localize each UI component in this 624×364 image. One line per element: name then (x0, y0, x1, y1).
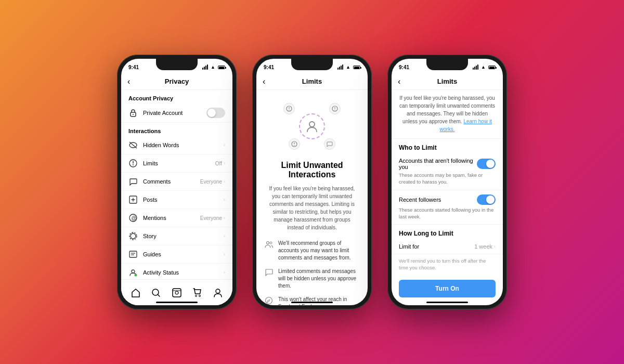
limits-item[interactable]: Limits Off › (121, 154, 232, 173)
svg-point-32 (334, 110, 335, 111)
phone-3: 9:41 ▲ ‹ Limits If (387, 55, 507, 309)
mentions-right: Everyone › (200, 215, 225, 221)
story-label: Story (143, 233, 218, 239)
people-icon (265, 240, 273, 249)
bubble-tl (283, 103, 295, 114)
screen-3: ‹ Limits If you feel like you're being h… (392, 73, 503, 305)
svg-point-12 (131, 233, 136, 239)
comment-icon (128, 177, 138, 186)
phone-2: 9:41 ▲ ‹ Limits (252, 55, 372, 309)
svg-point-36 (309, 122, 315, 127)
hidden-words-right: › (224, 142, 225, 148)
limits-center-icon (299, 113, 325, 139)
chevron-icon: › (224, 142, 225, 148)
shop-nav[interactable] (191, 287, 204, 299)
svg-point-1 (133, 114, 134, 115)
limit-for-row[interactable]: Limit for 1 week › (392, 239, 503, 254)
recent-followers-label: Recent followers (399, 197, 477, 203)
limits-label: Limits (143, 160, 210, 166)
private-account-label: Private Account (143, 110, 201, 116)
nav-bar-3: ‹ Limits (392, 73, 503, 90)
chevron-icon-story: › (224, 233, 225, 239)
chevron-icon-comments: › (224, 179, 225, 184)
feature-item-3: This won't affect your reach in Feed and… (265, 296, 359, 305)
back-button-3[interactable]: ‹ (398, 77, 400, 86)
limit-for-value: 1 week › (474, 243, 496, 250)
feature-item-1: We'll recommend groups of accounts you m… (265, 240, 359, 262)
svg-point-25 (199, 295, 200, 296)
limits-top-desc: If you feel like you're being harassed, … (392, 90, 503, 139)
svg-point-29 (289, 110, 290, 111)
accounts-not-following-item[interactable]: Accounts that aren't following you These… (392, 153, 503, 190)
story-icon (128, 231, 138, 241)
who-to-limit-header: Who to Limit (392, 139, 503, 153)
limit-for-label: Limit for (399, 243, 419, 250)
home-indicator-1 (156, 302, 198, 303)
comments-right: Everyone › (200, 179, 225, 185)
notch-1 (156, 59, 198, 70)
search-nav[interactable] (150, 287, 162, 299)
home-nav[interactable] (129, 287, 142, 299)
battery-icon (218, 66, 225, 69)
story-item[interactable]: Story › (121, 227, 232, 245)
notch-3 (426, 59, 468, 70)
svg-point-17 (132, 270, 135, 273)
mentions-icon: @ (128, 213, 138, 223)
private-account-toggle[interactable] (206, 108, 225, 118)
lock-icon (128, 108, 138, 118)
recent-followers-toggle[interactable] (477, 194, 496, 205)
mentions-label: Mentions (143, 215, 195, 221)
reels-nav[interactable] (171, 287, 183, 299)
signal-icon-3 (473, 64, 478, 70)
chevron-icon-guides: › (224, 252, 225, 257)
guides-right: › (224, 252, 225, 257)
limits-intro: Limit Unwanted Interactions If you feel … (256, 90, 368, 305)
signal-icon-2 (337, 64, 343, 70)
hidden-words-label: Hidden Words (143, 142, 218, 148)
mentions-item[interactable]: @ Mentions Everyone › (121, 209, 232, 227)
time-1: 9:41 (128, 64, 139, 70)
limits-settings: If you feel like you're being harassed, … (392, 90, 503, 297)
svg-line-20 (158, 294, 160, 296)
interactions-section: Interactions (121, 123, 232, 136)
private-account-item[interactable]: Private Account (121, 103, 232, 123)
turn-on-button[interactable]: Turn On (399, 280, 496, 297)
recent-followers-item[interactable]: Recent followers These accounts started … (392, 190, 503, 225)
comments-label: Comments (143, 178, 195, 185)
bubble-br (324, 138, 335, 150)
comments-item[interactable]: Comments Everyone › (121, 173, 232, 191)
how-long-header: How Long to Limit (392, 225, 503, 239)
guides-item[interactable]: Guides › (121, 245, 232, 264)
notch-2 (291, 59, 333, 70)
limits-description: If you feel like you're being harassed, … (265, 185, 359, 231)
chevron-icon-mentions: › (224, 215, 225, 220)
posts-item[interactable]: Posts › (121, 191, 232, 209)
wifi-icon: ▲ (211, 64, 215, 70)
time-2: 9:41 (264, 64, 274, 70)
svg-point-18 (135, 274, 137, 277)
limits-right: Off › (215, 161, 225, 166)
feature-text-2: Limited comments and messages will be hi… (278, 268, 359, 290)
svg-point-24 (195, 295, 197, 296)
chevron-icon-posts: › (224, 197, 225, 202)
screen-2: ‹ Limits (256, 73, 368, 305)
time-3: 9:41 (399, 64, 409, 70)
bubble-bl (289, 138, 300, 150)
home-indicator-2 (291, 302, 333, 303)
accounts-not-following-label: Accounts that aren't following you (399, 158, 477, 170)
back-button-2[interactable]: ‹ (263, 77, 265, 86)
battery-icon-3 (488, 66, 496, 69)
profile-nav[interactable] (212, 287, 224, 299)
hidden-words-item[interactable]: Hidden Words › (121, 136, 232, 154)
activity-right: › (224, 270, 225, 275)
activity-icon (128, 268, 138, 277)
feature-item-2: Limited comments and messages will be hi… (265, 268, 359, 290)
accounts-toggle[interactable] (477, 159, 496, 169)
nav-bar-1: ‹ Privacy (121, 73, 232, 90)
svg-point-6 (133, 164, 134, 165)
battery-icon-2 (353, 66, 360, 69)
back-button-1[interactable]: ‹ (127, 77, 130, 86)
limits-icon-area (281, 100, 343, 152)
screen-1: ‹ Privacy Account Privacy Private Accoun… (121, 73, 232, 305)
posts-label: Posts (143, 197, 218, 203)
